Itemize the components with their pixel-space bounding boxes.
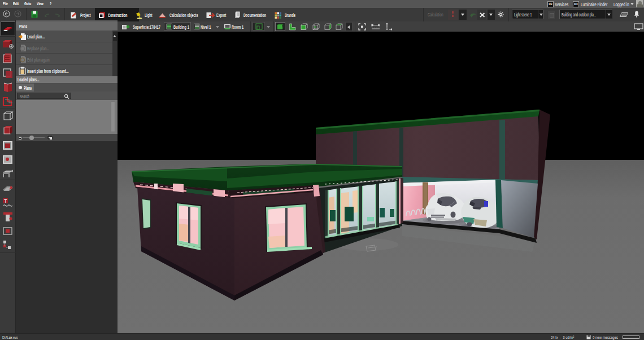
svg-text:T: T [4, 198, 7, 204]
